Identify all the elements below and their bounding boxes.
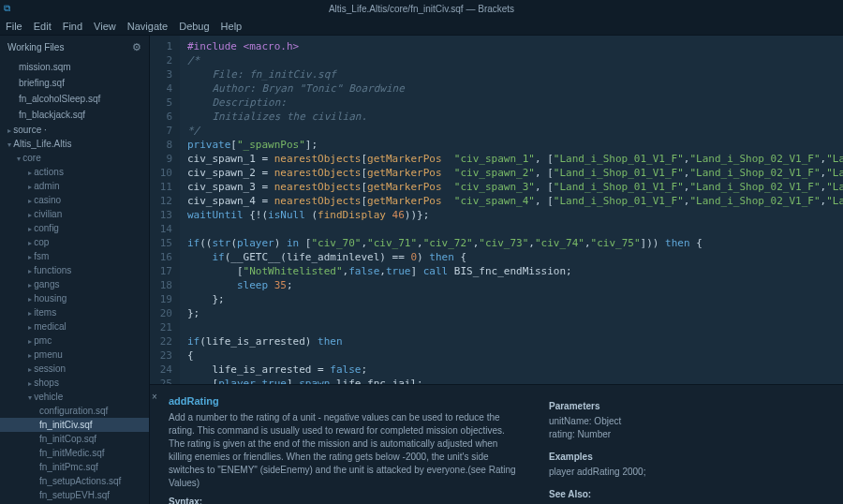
doc-param-1: unitName: Object [549,415,830,428]
tree-folder[interactable]: session [0,362,149,376]
tree-folder[interactable]: casino [0,193,149,207]
tree-file[interactable]: fn_initCiv.sqf [0,418,149,432]
doc-seealso-label: See Also: [549,488,830,501]
tree-folder[interactable]: cop [0,235,149,249]
menu-file[interactable]: File [6,21,22,32]
doc-syntax-label: Syntax: [169,496,521,504]
tree-project-root[interactable]: Altis_Life.Altis [0,137,149,151]
doc-description: Add a number to the rating of a unit - n… [169,411,521,490]
line-gutter: 1234567891011121314151617181920212223242… [150,36,180,384]
menu-view[interactable]: View [94,21,116,32]
source-root[interactable]: source · [0,123,149,137]
tree-folder[interactable]: shops [0,376,149,390]
working-file[interactable]: briefing.sqf [0,75,149,91]
tree-folder[interactable]: functions [0,263,149,277]
tree-folder[interactable]: pmenu [0,348,149,362]
tree-folder[interactable]: medical [0,319,149,334]
working-file[interactable]: fn_alcoholSleep.sqf [0,91,149,107]
window-title: Altis_Life.Altis/core/fn_initCiv.sqf — B… [329,4,514,14]
menu-find[interactable]: Find [63,21,82,32]
tree-file[interactable]: configuration.sqf [0,404,149,418]
tree-vehicle[interactable]: vehicle [0,390,149,404]
menu-edit[interactable]: Edit [34,21,52,32]
tree-file[interactable]: fn_initPmc.sqf [0,460,149,474]
tree-file[interactable]: fn_initMedic.sqf [0,446,149,460]
menu-navigate[interactable]: Navigate [127,21,168,32]
tree-file[interactable]: fn_setupActions.sqf [0,474,149,488]
sidebar: Working Files ⚙ mission.sqmbriefing.sqff… [0,36,150,504]
documentation-panel: × addRating Add a number to the rating o… [150,384,843,504]
doc-examples-label: Examples [549,451,830,464]
working-files-header[interactable]: Working Files ⚙ [0,36,149,59]
tree-folder[interactable]: admin [0,179,149,193]
tree-core[interactable]: core [0,151,149,165]
tree-file[interactable]: fn_initCop.sqf [0,432,149,446]
working-file[interactable]: mission.sqm [0,59,149,75]
tree-folder[interactable]: items [0,305,149,319]
doc-title: addRating [169,394,521,408]
tree-folder[interactable]: housing [0,291,149,305]
code-editor[interactable]: 1234567891011121314151617181920212223242… [150,36,843,384]
tree-folder[interactable]: fsm [0,249,149,263]
menubar: FileEditFindViewNavigateDebugHelp [0,17,843,36]
tree-folder[interactable]: civilian [0,207,149,221]
tree-folder[interactable]: actions [0,165,149,179]
working-files-label: Working Files [7,42,64,52]
tree-file[interactable]: fn_setupEVH.sqf [0,488,149,502]
doc-example: player addRating 2000; [549,466,830,479]
tree-folder[interactable]: gangs [0,277,149,291]
menu-debug[interactable]: Debug [179,21,209,32]
doc-param-2: rating: Number [549,428,830,441]
close-icon[interactable]: × [152,391,157,404]
app-icon: ⧉ [4,3,10,14]
gear-icon[interactable]: ⚙ [132,41,141,53]
tree-folder[interactable]: config [0,221,149,235]
titlebar: ⧉ Altis_Life.Altis/core/fn_initCiv.sqf —… [0,0,843,17]
code-area[interactable]: #include <macro.h>/* File: fn_initCiv.sq… [180,36,843,384]
working-file[interactable]: fn_blackjack.sqf [0,107,149,123]
menu-help[interactable]: Help [221,21,243,32]
tree-folder[interactable]: pmc [0,334,149,348]
doc-params-label: Parameters [549,400,830,413]
